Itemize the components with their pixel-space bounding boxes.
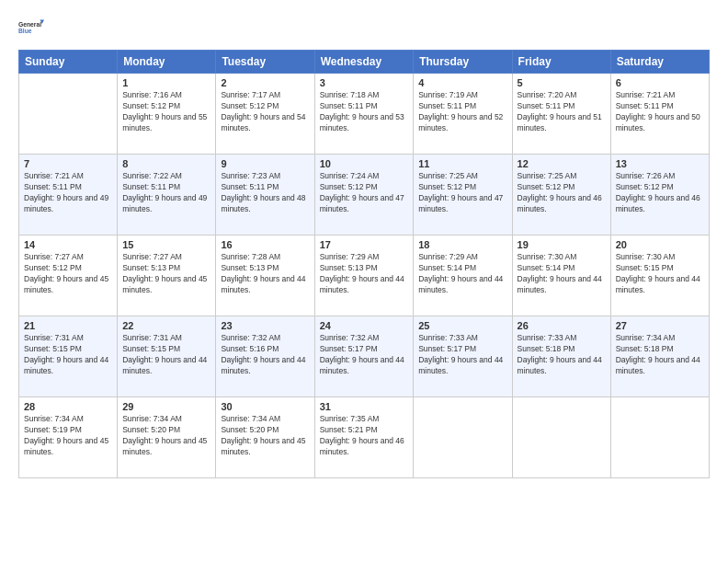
day-info: Sunrise: 7:35 AMSunset: 5:21 PMDaylight:… (320, 414, 409, 458)
day-info: Sunrise: 7:18 AMSunset: 5:11 PMDaylight:… (320, 90, 409, 134)
day-number: 16 (221, 239, 309, 250)
day-number: 9 (221, 158, 309, 169)
calendar-cell: 10Sunrise: 7:24 AMSunset: 5:12 PMDayligh… (314, 155, 414, 236)
day-number: 27 (616, 320, 704, 331)
day-number: 15 (122, 239, 210, 250)
calendar-cell: 21Sunrise: 7:31 AMSunset: 5:15 PMDayligh… (19, 316, 118, 397)
calendar-week-row: 7Sunrise: 7:21 AMSunset: 5:11 PMDaylight… (19, 155, 710, 236)
day-number: 14 (24, 239, 112, 250)
calendar-cell: 24Sunrise: 7:32 AMSunset: 5:17 PMDayligh… (314, 316, 414, 397)
day-info: Sunrise: 7:16 AMSunset: 5:12 PMDaylight:… (122, 90, 210, 134)
day-number: 1 (122, 77, 210, 88)
calendar-cell: 12Sunrise: 7:25 AMSunset: 5:12 PMDayligh… (512, 155, 610, 236)
day-info: Sunrise: 7:32 AMSunset: 5:16 PMDaylight:… (221, 333, 309, 377)
page: GeneralBlue SundayMondayTuesdayWednesday… (0, 0, 728, 563)
day-info: Sunrise: 7:21 AMSunset: 5:11 PMDaylight:… (24, 171, 112, 215)
calendar-cell: 17Sunrise: 7:29 AMSunset: 5:13 PMDayligh… (314, 236, 414, 316)
calendar-cell: 29Sunrise: 7:34 AMSunset: 5:20 PMDayligh… (118, 397, 216, 478)
calendar-cell: 23Sunrise: 7:32 AMSunset: 5:16 PMDayligh… (216, 316, 314, 397)
day-number: 23 (221, 320, 309, 331)
calendar-cell: 6Sunrise: 7:21 AMSunset: 5:11 PMDaylight… (610, 74, 709, 155)
day-number: 7 (24, 158, 112, 169)
calendar-cell: 9Sunrise: 7:23 AMSunset: 5:11 PMDaylight… (216, 155, 314, 236)
calendar-week-row: 21Sunrise: 7:31 AMSunset: 5:15 PMDayligh… (19, 316, 710, 397)
calendar-cell: 20Sunrise: 7:30 AMSunset: 5:15 PMDayligh… (610, 236, 709, 316)
day-info: Sunrise: 7:25 AMSunset: 5:12 PMDaylight:… (418, 171, 506, 215)
calendar-week-row: 14Sunrise: 7:27 AMSunset: 5:12 PMDayligh… (19, 236, 710, 316)
day-number: 4 (418, 77, 506, 88)
calendar-cell: 15Sunrise: 7:27 AMSunset: 5:13 PMDayligh… (118, 236, 216, 316)
day-info: Sunrise: 7:34 AMSunset: 5:19 PMDaylight:… (24, 414, 112, 458)
calendar-cell: 22Sunrise: 7:31 AMSunset: 5:15 PMDayligh… (118, 316, 216, 397)
day-info: Sunrise: 7:22 AMSunset: 5:11 PMDaylight:… (122, 171, 210, 215)
svg-text:Blue: Blue (18, 28, 32, 34)
day-info: Sunrise: 7:24 AMSunset: 5:12 PMDaylight:… (320, 171, 409, 215)
calendar-week-row: 28Sunrise: 7:34 AMSunset: 5:19 PMDayligh… (19, 397, 710, 478)
day-info: Sunrise: 7:20 AMSunset: 5:11 PMDaylight:… (518, 90, 606, 134)
day-number: 19 (518, 239, 606, 250)
day-number: 2 (221, 77, 309, 88)
day-number: 6 (616, 77, 704, 88)
day-number: 21 (24, 320, 112, 331)
day-number: 3 (320, 77, 409, 88)
header: GeneralBlue (18, 15, 710, 40)
calendar-cell: 27Sunrise: 7:34 AMSunset: 5:18 PMDayligh… (610, 316, 709, 397)
calendar-cell: 5Sunrise: 7:20 AMSunset: 5:11 PMDaylight… (512, 74, 610, 155)
day-info: Sunrise: 7:26 AMSunset: 5:12 PMDaylight:… (616, 171, 704, 215)
calendar-header-saturday: Saturday (610, 51, 709, 74)
day-number: 12 (518, 158, 606, 169)
day-info: Sunrise: 7:29 AMSunset: 5:14 PMDaylight:… (418, 252, 506, 296)
calendar-header-thursday: Thursday (414, 51, 512, 74)
calendar-cell: 14Sunrise: 7:27 AMSunset: 5:12 PMDayligh… (19, 236, 118, 316)
calendar-week-row: 1Sunrise: 7:16 AMSunset: 5:12 PMDaylight… (19, 74, 710, 155)
day-info: Sunrise: 7:30 AMSunset: 5:15 PMDaylight:… (616, 252, 704, 296)
calendar-cell: 30Sunrise: 7:34 AMSunset: 5:20 PMDayligh… (216, 397, 314, 478)
day-info: Sunrise: 7:33 AMSunset: 5:18 PMDaylight:… (518, 333, 606, 377)
day-number: 25 (418, 320, 506, 331)
calendar-cell: 4Sunrise: 7:19 AMSunset: 5:11 PMDaylight… (414, 74, 512, 155)
day-number: 18 (418, 239, 506, 250)
day-number: 5 (518, 77, 606, 88)
day-info: Sunrise: 7:31 AMSunset: 5:15 PMDaylight:… (24, 333, 112, 377)
calendar-header-tuesday: Tuesday (216, 51, 314, 74)
day-number: 31 (320, 401, 409, 412)
day-info: Sunrise: 7:17 AMSunset: 5:12 PMDaylight:… (221, 90, 309, 134)
calendar-header-monday: Monday (118, 51, 216, 74)
calendar-cell: 31Sunrise: 7:35 AMSunset: 5:21 PMDayligh… (314, 397, 414, 478)
calendar-header-sunday: Sunday (19, 51, 118, 74)
day-info: Sunrise: 7:34 AMSunset: 5:18 PMDaylight:… (616, 333, 704, 377)
calendar-cell: 13Sunrise: 7:26 AMSunset: 5:12 PMDayligh… (610, 155, 709, 236)
calendar-cell: 18Sunrise: 7:29 AMSunset: 5:14 PMDayligh… (414, 236, 512, 316)
day-info: Sunrise: 7:31 AMSunset: 5:15 PMDaylight:… (122, 333, 210, 377)
calendar-cell (414, 397, 512, 478)
calendar-cell: 8Sunrise: 7:22 AMSunset: 5:11 PMDaylight… (118, 155, 216, 236)
calendar-cell: 16Sunrise: 7:28 AMSunset: 5:13 PMDayligh… (216, 236, 314, 316)
day-number: 26 (518, 320, 606, 331)
day-info: Sunrise: 7:32 AMSunset: 5:17 PMDaylight:… (320, 333, 409, 377)
calendar-cell: 19Sunrise: 7:30 AMSunset: 5:14 PMDayligh… (512, 236, 610, 316)
calendar-cell (610, 397, 709, 478)
day-info: Sunrise: 7:27 AMSunset: 5:13 PMDaylight:… (122, 252, 210, 296)
day-number: 8 (122, 158, 210, 169)
day-info: Sunrise: 7:34 AMSunset: 5:20 PMDaylight:… (221, 414, 309, 458)
day-info: Sunrise: 7:25 AMSunset: 5:12 PMDaylight:… (518, 171, 606, 215)
day-number: 13 (616, 158, 704, 169)
calendar-cell: 11Sunrise: 7:25 AMSunset: 5:12 PMDayligh… (414, 155, 512, 236)
day-info: Sunrise: 7:29 AMSunset: 5:13 PMDaylight:… (320, 252, 409, 296)
calendar-cell: 7Sunrise: 7:21 AMSunset: 5:11 PMDaylight… (19, 155, 118, 236)
logo-icon: GeneralBlue (18, 15, 44, 40)
day-number: 11 (418, 158, 506, 169)
day-number: 28 (24, 401, 112, 412)
calendar-cell: 25Sunrise: 7:33 AMSunset: 5:17 PMDayligh… (414, 316, 512, 397)
day-info: Sunrise: 7:28 AMSunset: 5:13 PMDaylight:… (221, 252, 309, 296)
calendar-header-row: SundayMondayTuesdayWednesdayThursdayFrid… (19, 51, 710, 74)
day-info: Sunrise: 7:27 AMSunset: 5:12 PMDaylight:… (24, 252, 112, 296)
day-info: Sunrise: 7:19 AMSunset: 5:11 PMDaylight:… (418, 90, 506, 134)
day-number: 30 (221, 401, 309, 412)
day-number: 10 (320, 158, 409, 169)
day-number: 20 (616, 239, 704, 250)
day-info: Sunrise: 7:23 AMSunset: 5:11 PMDaylight:… (221, 171, 309, 215)
calendar-cell (512, 397, 610, 478)
day-number: 17 (320, 239, 409, 250)
calendar-cell: 2Sunrise: 7:17 AMSunset: 5:12 PMDaylight… (216, 74, 314, 155)
